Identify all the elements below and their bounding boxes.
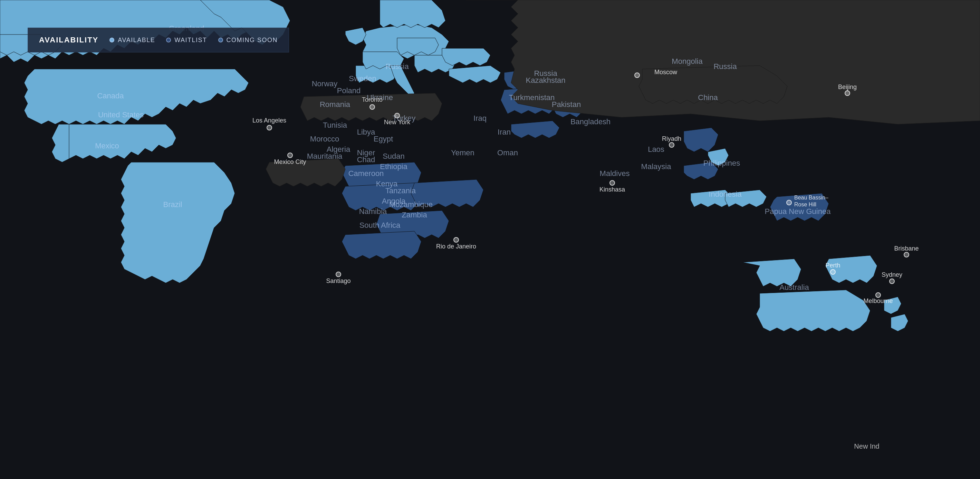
svg-text:Rose Hill: Rose Hill <box>794 201 816 208</box>
svg-text:Mexico City: Mexico City <box>274 159 306 165</box>
svg-point-62 <box>635 73 640 78</box>
svg-text:Romania: Romania <box>320 100 350 109</box>
legend-item-coming-soon: COMING SOON <box>218 36 278 44</box>
svg-text:South Africa: South Africa <box>360 221 401 230</box>
svg-text:Cameroon: Cameroon <box>348 169 384 178</box>
svg-text:Libya: Libya <box>357 128 375 136</box>
svg-text:Poland: Poland <box>337 86 361 95</box>
svg-point-66 <box>610 181 615 185</box>
world-map: Canada United States Mexico Greenland Br… <box>0 0 980 479</box>
svg-point-71 <box>845 91 850 95</box>
waitlist-dot <box>166 38 171 43</box>
available-dot <box>110 38 114 43</box>
available-label: AVAILABLE <box>118 36 155 44</box>
svg-text:Philippines: Philippines <box>703 159 740 167</box>
legend-title: AVAILABILITY <box>39 36 99 44</box>
svg-text:United States: United States <box>98 110 144 119</box>
svg-point-75 <box>889 279 894 284</box>
svg-text:Turkmenistan: Turkmenistan <box>509 93 555 102</box>
legend-item-available: AVAILABLE <box>110 36 155 44</box>
svg-text:Mexico: Mexico <box>95 141 119 150</box>
svg-text:Brazil: Brazil <box>163 200 182 209</box>
svg-text:Oman: Oman <box>497 148 518 157</box>
svg-text:Chad: Chad <box>357 155 375 164</box>
svg-text:Mauritania: Mauritania <box>307 152 342 160</box>
svg-text:Russia: Russia <box>713 62 737 71</box>
waitlist-label: WAITLIST <box>174 36 207 44</box>
svg-text:Kinshasa: Kinshasa <box>600 186 625 193</box>
svg-text:Bangladesh: Bangladesh <box>570 117 611 126</box>
svg-text:Pakistan: Pakistan <box>552 100 581 109</box>
svg-text:Toronto: Toronto <box>362 96 383 103</box>
coming-soon-label: COMING SOON <box>226 36 278 44</box>
svg-text:Angola: Angola <box>382 197 406 205</box>
svg-point-73 <box>830 270 835 274</box>
svg-text:Kazakhstan: Kazakhstan <box>526 76 566 84</box>
svg-text:Yemen: Yemen <box>451 148 474 157</box>
svg-text:China: China <box>698 93 718 102</box>
svg-text:Sydney: Sydney <box>881 271 902 278</box>
svg-point-56 <box>288 153 293 158</box>
coming-soon-dot <box>218 38 223 43</box>
svg-point-50 <box>370 105 375 109</box>
svg-text:Beijing: Beijing <box>838 84 857 90</box>
svg-text:Tanzania: Tanzania <box>385 186 416 195</box>
svg-text:Laos: Laos <box>648 145 664 154</box>
svg-text:Papua New Guinea: Papua New Guinea <box>765 207 831 216</box>
legend-item-waitlist: WAITLIST <box>166 36 207 44</box>
legend-box: AVAILABILITY AVAILABLE WAITLIST COMING S… <box>28 28 289 52</box>
svg-text:Ethiopia: Ethiopia <box>380 162 407 171</box>
svg-point-60 <box>454 238 458 242</box>
svg-text:Canada: Canada <box>97 92 124 100</box>
svg-text:Iraq: Iraq <box>473 114 487 122</box>
svg-point-64 <box>669 143 674 148</box>
svg-text:Sweden: Sweden <box>349 74 376 83</box>
svg-text:Norway: Norway <box>312 79 338 88</box>
svg-text:New York: New York <box>384 119 410 125</box>
svg-text:Beau Bassin–: Beau Bassin– <box>794 195 829 200</box>
svg-text:Australia: Australia <box>780 283 809 292</box>
svg-text:Brisbane: Brisbane <box>894 245 918 252</box>
svg-text:Melbourne: Melbourne <box>863 298 892 305</box>
svg-point-58 <box>336 272 341 277</box>
svg-text:Tunisia: Tunisia <box>323 121 347 129</box>
svg-text:Moscow: Moscow <box>654 69 678 76</box>
svg-text:Namibia: Namibia <box>359 207 387 216</box>
svg-text:New Ind: New Ind <box>854 443 879 450</box>
svg-text:Santiago: Santiago <box>326 278 350 284</box>
svg-text:Russia: Russia <box>385 62 409 71</box>
svg-point-68 <box>787 200 791 205</box>
svg-point-77 <box>876 293 881 298</box>
svg-text:Malaysia: Malaysia <box>641 162 671 171</box>
svg-text:Indonesia: Indonesia <box>709 190 742 198</box>
svg-text:Rio de Janeiro: Rio de Janeiro <box>436 243 476 250</box>
svg-text:Zambia: Zambia <box>402 211 427 219</box>
svg-text:Sudan: Sudan <box>383 152 405 160</box>
svg-text:Maldives: Maldives <box>600 169 630 178</box>
svg-point-79 <box>904 252 909 257</box>
svg-text:Egypt: Egypt <box>374 135 393 143</box>
svg-text:Mongolia: Mongolia <box>671 57 703 65</box>
svg-text:Los Angeles: Los Angeles <box>253 117 286 124</box>
svg-text:Perth: Perth <box>825 262 840 269</box>
svg-text:Iran: Iran <box>498 128 511 136</box>
svg-text:Riyadh: Riyadh <box>662 135 681 142</box>
svg-point-54 <box>267 125 272 130</box>
svg-point-52 <box>395 113 399 118</box>
map-container: Canada United States Mexico Greenland Br… <box>0 0 980 479</box>
svg-text:Morocco: Morocco <box>310 135 339 143</box>
